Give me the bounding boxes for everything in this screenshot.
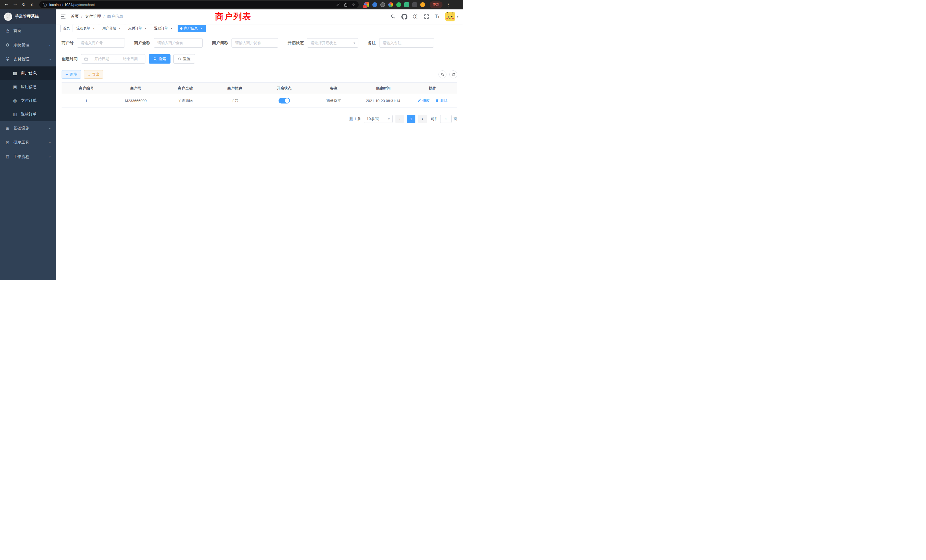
chevron-up-icon: › xyxy=(48,59,52,60)
extension-icon-3[interactable] xyxy=(380,2,385,7)
column-header-full-name: 商户全称 xyxy=(160,83,210,94)
tab-close-icon[interactable]: × xyxy=(92,27,96,30)
forward-icon[interactable]: → xyxy=(11,0,19,9)
logo-avatar xyxy=(4,12,12,21)
breadcrumb-home[interactable]: 首页 xyxy=(71,14,79,19)
search-button[interactable]: 搜索 xyxy=(149,54,171,64)
chevron-down-icon: › xyxy=(48,44,52,45)
export-button[interactable]: ↓ 导出 xyxy=(84,70,103,79)
sidebar-item-devtools[interactable]: ⊡ 研发工具 › xyxy=(0,135,56,150)
breadcrumb-payment[interactable]: 支付管理 xyxy=(85,14,101,19)
sidebar-item-payment[interactable]: ¥ 支付管理 › xyxy=(0,52,56,67)
short-name-input[interactable] xyxy=(232,38,278,48)
prev-page-button[interactable]: ‹ xyxy=(395,115,404,123)
sidebar-item-app-info[interactable]: ▣ 应用信息 xyxy=(0,80,56,94)
sidebar-item-label: 支付管理 xyxy=(14,57,29,62)
status-select[interactable]: 请选择开启状态 ▾ xyxy=(307,38,359,48)
next-page-button[interactable]: › xyxy=(418,115,427,123)
tab-pay-order[interactable]: 支付订单 × xyxy=(126,25,150,32)
add-button[interactable]: + 新增 xyxy=(62,70,81,79)
full-name-input[interactable] xyxy=(154,38,203,48)
font-size-icon[interactable]: TT xyxy=(435,14,440,20)
fullscreen-icon[interactable] xyxy=(424,14,429,19)
cell-status xyxy=(259,94,309,107)
breadcrumb-separator: / xyxy=(81,14,82,19)
extension-icon-8[interactable] xyxy=(420,2,425,7)
filter-create-time: 创建时间 开始日期 - 结束日期 xyxy=(62,54,145,64)
search-icon xyxy=(153,57,157,61)
extension-icon-2[interactable] xyxy=(372,2,377,7)
filter-full-name: 商户全称 xyxy=(134,38,203,48)
tab-refund-order[interactable]: 退款订单 × xyxy=(152,25,176,32)
page-size-value: 10条/页 xyxy=(367,117,379,121)
goto-prefix: 前往 xyxy=(431,117,438,121)
sidebar-item-label: 应用信息 xyxy=(21,85,37,89)
sidebar-item-label: 研发工具 xyxy=(14,140,29,145)
app-title: 芋道管理系统 xyxy=(15,14,39,19)
goto-page: 前往 页 xyxy=(431,115,457,123)
date-range-picker[interactable]: 开始日期 - 结束日期 xyxy=(81,54,145,64)
sidebar-toggle-icon[interactable] xyxy=(61,14,66,20)
help-icon[interactable]: ? xyxy=(413,14,418,19)
merchant-no-input[interactable] xyxy=(77,38,125,48)
filter-remark: 备注 xyxy=(368,38,434,48)
breadcrumb: 首页 / 支付管理 / 商户信息 xyxy=(71,14,123,19)
app-logo[interactable]: 芋道管理系统 xyxy=(0,9,56,24)
tab-user-group[interactable]: 用户分组 × xyxy=(100,25,124,32)
back-icon[interactable]: ← xyxy=(3,0,10,9)
page-1-button[interactable]: 1 xyxy=(407,115,415,123)
filter-label: 商户号 xyxy=(62,41,74,45)
delete-button[interactable]: 删除 xyxy=(435,98,448,103)
home-icon[interactable]: ⌂ xyxy=(29,0,36,9)
caret-down-icon: ▾ xyxy=(457,15,458,18)
cell-remark: 我是备注 xyxy=(309,94,359,107)
tab-home[interactable]: 首页 xyxy=(61,25,73,32)
sidebar-item-infra[interactable]: ⊞ 基础设施 › xyxy=(0,121,56,135)
sidebar-item-home[interactable]: ◔ 首页 xyxy=(0,24,56,38)
sidebar-item-refund-order[interactable]: ▥ 退款订单 xyxy=(0,107,56,121)
sidebar-item-pay-order[interactable]: ◎ 支付订单 xyxy=(0,94,56,107)
address-bar[interactable]: i localhost:1024/pay/merchant ☆ xyxy=(39,1,359,8)
sidebar-item-merchant-info[interactable]: ▤ 商户信息 xyxy=(0,67,56,80)
remark-input[interactable] xyxy=(379,38,434,48)
bookmark-star-icon[interactable]: ☆ xyxy=(351,3,355,7)
breadcrumb-separator: / xyxy=(103,14,104,19)
tab-label: 流程表单 xyxy=(76,26,90,31)
user-avatar xyxy=(445,12,455,21)
page-size-select[interactable]: 10条/页 ▾ xyxy=(364,115,393,123)
header-search-icon[interactable] xyxy=(390,14,396,19)
table-toolbar: + 新增 ↓ 导出 xyxy=(62,70,457,79)
github-icon[interactable] xyxy=(401,14,407,20)
extension-icon-4[interactable] xyxy=(388,2,393,7)
page-content: 商户号 商户全称 商户简称 开启状态 请选择开启状态 ▾ xyxy=(56,33,463,280)
navbar-actions: ? TT ▾ xyxy=(390,12,458,21)
goto-page-input[interactable] xyxy=(440,115,452,123)
extension-icon-5[interactable] xyxy=(396,2,401,7)
extension-icon-1[interactable]: 10 xyxy=(365,2,369,7)
tab-close-icon[interactable]: × xyxy=(169,27,174,30)
sidebar-item-system[interactable]: ⚙ 系统管理 › xyxy=(0,38,56,52)
extension-icon-6[interactable] xyxy=(404,2,409,7)
user-menu[interactable]: ▾ xyxy=(445,12,458,21)
tab-close-icon[interactable]: × xyxy=(118,27,122,30)
cell-short-name: 芋艿 xyxy=(210,94,260,107)
site-info-icon[interactable]: i xyxy=(43,3,47,7)
column-header-no: 商户号 xyxy=(111,83,161,94)
share-icon[interactable] xyxy=(344,3,348,7)
browser-menu-icon[interactable]: ⋮ xyxy=(445,0,452,9)
browser-update-button[interactable]: 更新 xyxy=(430,2,442,8)
reload-icon[interactable]: ↻ xyxy=(20,0,27,9)
edit-button[interactable]: 修改 xyxy=(418,98,430,103)
tab-close-icon[interactable]: × xyxy=(144,27,148,30)
chevron-down-icon: › xyxy=(48,142,52,143)
toggle-search-button[interactable] xyxy=(439,70,446,79)
password-key-icon[interactable] xyxy=(336,3,340,7)
tab-close-icon[interactable]: × xyxy=(199,27,203,30)
reset-button[interactable]: 重置 xyxy=(173,54,195,64)
tab-process-form[interactable]: 流程表单 × xyxy=(74,25,98,32)
extension-icon-7[interactable] xyxy=(412,2,417,7)
tab-merchant-info[interactable]: 商户信息 × xyxy=(178,25,206,32)
sidebar-item-workflow[interactable]: ⊟ 工作流程 › xyxy=(0,150,56,164)
refresh-table-button[interactable] xyxy=(449,70,457,79)
status-toggle[interactable] xyxy=(278,98,290,103)
